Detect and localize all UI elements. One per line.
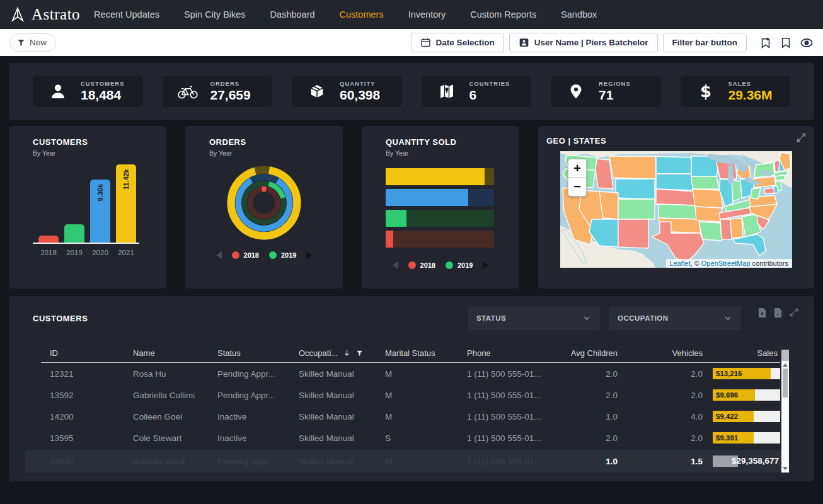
table-totals-row: 14830 Isabella Ward Pending Appr... Skil… [25, 450, 781, 472]
user-button[interactable]: User Name | Piers Batchelor [509, 33, 658, 52]
legend-dot [232, 251, 239, 259]
occupation-filter-dropdown[interactable]: OCCUPATION [609, 306, 741, 330]
ghost-marital: M [376, 457, 458, 466]
legend-prev-arrow[interactable] [216, 251, 222, 259]
bar-2019[interactable] [64, 224, 84, 243]
location-pin-icon [565, 83, 587, 100]
calendar-icon [420, 37, 431, 48]
table-vertical-scrollbar[interactable] [781, 350, 789, 472]
date-selection-button[interactable]: Date Selection [411, 33, 504, 52]
bar-2020[interactable]: 9.30k [90, 180, 110, 243]
export-xlsx-icon[interactable]: x [757, 307, 767, 318]
ghost-status: Pending Appr... [209, 457, 290, 466]
legend-dot [446, 261, 453, 269]
top-nav: Astrato Recent Updates Spin City Bikes D… [0, 0, 823, 29]
eye-icon[interactable] [800, 37, 814, 49]
chart-subtitle: By Year [209, 149, 319, 157]
map-attribution: Leaflet, © OpenStreetMap contributors [666, 259, 793, 268]
bicycle-icon [176, 83, 199, 100]
sales-bar: $9,391 [713, 432, 780, 444]
bookmark-icon[interactable] [780, 37, 791, 49]
brand[interactable]: Astrato [9, 6, 80, 23]
new-filter-button[interactable]: New [9, 33, 56, 52]
legend-prev-arrow[interactable] [393, 261, 398, 269]
funnel-icon [17, 38, 25, 47]
nav-item-spin-city-bikes[interactable]: Spin City Bikes [184, 9, 246, 20]
hbar-2019[interactable] [386, 210, 494, 227]
col-header-avg-children[interactable]: Avg Children [556, 348, 627, 358]
hbar-2018[interactable] [386, 231, 494, 248]
table-row[interactable]: 13592 Gabriella Collins Pending Appr... … [41, 384, 780, 406]
charts-row: CUSTOMERS By Year 9.30k 11.42k 2018 2019… [9, 126, 814, 289]
hbar-2021[interactable] [386, 168, 494, 185]
bar-2021[interactable]: 11.42k [116, 164, 136, 243]
scroll-up-button[interactable] [783, 364, 788, 367]
col-header-vehicles[interactable]: Vehicles [627, 348, 712, 358]
nav-item-customers-active[interactable]: Customers [340, 9, 384, 20]
legend-item-2018[interactable]: 2018 [408, 261, 435, 269]
filter-toolbar: New Date Selection User Name | Piers Bat… [0, 29, 823, 56]
openstreetmap-link[interactable]: OpenStreetMap [701, 260, 751, 267]
table-row[interactable]: 14200 Colleen Goel Inactive Skilled Manu… [41, 406, 780, 427]
col-header-name[interactable]: Name [124, 348, 209, 358]
kpi-regions-value: 71 [599, 88, 631, 103]
table-row[interactable]: 13595 Cole Stewart Inactive Skilled Manu… [41, 427, 780, 449]
zoom-out-button[interactable]: − [568, 178, 586, 196]
scrollbar-thumb[interactable] [783, 369, 788, 398]
ghost-phone: 1 (11) 500 555-01... [458, 457, 556, 466]
ghost-name: Isabella Ward [124, 457, 209, 466]
expand-icon[interactable] [796, 132, 807, 143]
leaflet-map[interactable]: + − Leaflet, © OpenStreetMap contributor… [560, 151, 792, 268]
chevron-down-icon [723, 314, 732, 323]
us-states-map[interactable] [560, 151, 792, 268]
leaflet-link[interactable]: Leaflet [670, 260, 691, 267]
bookmark-add-icon[interactable] [759, 37, 772, 49]
customers-table-panel: CUSTOMERS STATUS OCCUPATION x , [9, 296, 814, 481]
col-header-sales[interactable]: Sales [712, 348, 780, 358]
quantity-bar-plot [386, 168, 495, 248]
sort-descending-icon[interactable] [343, 349, 351, 357]
ghost-occupation: Skilled Manual [290, 457, 376, 466]
nav-item-custom-reports[interactable]: Custom Reports [470, 9, 536, 20]
scrollbar-header-block [781, 350, 789, 361]
zoom-in-button[interactable]: + [568, 159, 586, 178]
quantity-legend: 2018 2019 [386, 261, 495, 269]
expand-icon[interactable] [789, 307, 799, 318]
nav-item-sandbox[interactable]: Sandbox [561, 9, 597, 20]
nav-item-dashboard[interactable]: Dashboard [270, 9, 315, 20]
col-header-status[interactable]: Status [209, 348, 290, 358]
table-row[interactable]: 12321 Rosa Hu Pending Appr... Skilled Ma… [41, 363, 780, 384]
export-csv-icon[interactable]: , [773, 307, 783, 318]
hbar-2020[interactable] [386, 189, 494, 206]
scrollbar-track[interactable] [781, 361, 789, 472]
status-filter-dropdown[interactable]: STATUS [468, 306, 600, 330]
chart-subtitle: By Year [33, 149, 142, 157]
legend-item-2019[interactable]: 2019 [446, 261, 473, 269]
legend-next-arrow[interactable] [483, 261, 488, 269]
total-sales: $29,358,677 [732, 455, 779, 467]
legend-item-2019[interactable]: 2019 [269, 251, 296, 259]
kpi-quantity: QUANTITY 60,398 [292, 76, 402, 107]
column-filter-icon[interactable] [356, 350, 363, 357]
nav-item-recent-updates[interactable]: Recent Updates [94, 9, 159, 20]
bar-2018[interactable] [38, 236, 59, 243]
brand-name: Astrato [32, 6, 80, 23]
kpi-orders: ORDERS 27,659 [163, 76, 273, 107]
svg-text:x: x [761, 311, 764, 316]
kpi-countries: COUNTRIES 6 [422, 76, 532, 107]
legend-next-arrow[interactable] [306, 251, 312, 259]
col-header-phone[interactable]: Phone [458, 348, 556, 358]
chart-title: ORDERS [209, 137, 319, 147]
total-sales-bar: $29,358,677 [713, 455, 780, 467]
kpi-sales-value: 29.36M [728, 88, 773, 103]
col-header-marital-status[interactable]: Marital Status [376, 348, 458, 358]
nav-item-inventory[interactable]: Inventory [408, 9, 446, 20]
legend-item-2018[interactable]: 2018 [232, 251, 259, 259]
filter-bar-button[interactable]: Filter bar button [663, 33, 747, 52]
col-header-occupation[interactable]: Occupati... [290, 348, 376, 358]
user-badge-icon [519, 37, 529, 48]
scroll-down-button[interactable] [783, 467, 788, 470]
col-header-id[interactable]: ID [41, 348, 124, 358]
map-icon [435, 83, 458, 100]
orders-donut[interactable] [222, 161, 306, 245]
